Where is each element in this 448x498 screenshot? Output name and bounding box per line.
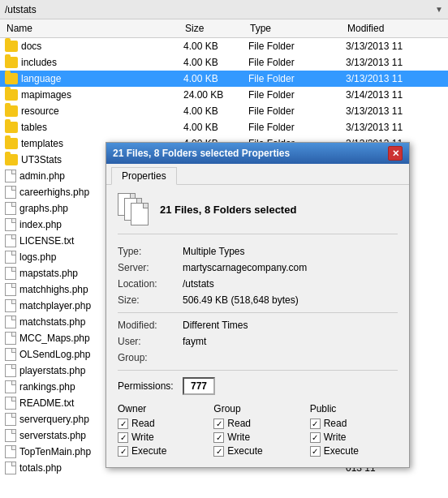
server-row: Server: martyscarnagecompany.com: [118, 262, 398, 273]
group-execute-row: Execute: [213, 445, 301, 457]
location-label: Location:: [118, 278, 183, 290]
column-header: Name Size Type Modified: [0, 19, 448, 38]
col-type[interactable]: Type: [248, 22, 346, 35]
separator-2: [118, 370, 398, 371]
file-row[interactable]: mapimages24.00 KBFile Folder3/14/2013 11: [0, 87, 448, 103]
permissions-columns: Owner Read Write Execute: [118, 403, 398, 459]
file-size: 4.00 KB: [183, 105, 248, 117]
file-row[interactable]: tables4.00 KBFile Folder3/13/2013 11: [0, 119, 448, 135]
file-icon: [5, 445, 16, 458]
server-label: Server:: [118, 262, 183, 273]
file-icon: [5, 234, 16, 247]
file-icon: [5, 316, 16, 328]
public-write-row: Write: [310, 431, 398, 443]
permissions-label: Permissions:: [118, 380, 183, 392]
size-label: Size:: [118, 294, 183, 306]
folder-icon: [5, 73, 18, 84]
group-write-label: Write: [227, 431, 250, 443]
file-modified: 3/13/2013 11: [346, 73, 443, 84]
file-type: File Folder: [248, 57, 346, 68]
modified-value: Different Times: [183, 320, 248, 331]
file-icon: [5, 462, 16, 474]
separator-1: [118, 312, 398, 313]
file-size: 4.00 KB: [183, 41, 248, 52]
folder-icon: [5, 57, 18, 68]
dialog-close-button[interactable]: ✕: [388, 146, 403, 161]
file-name-cell: mapimages: [5, 89, 183, 101]
file-icon: [5, 413, 16, 426]
file-icon: [5, 251, 16, 264]
file-name-text: LICENSE.txt: [19, 235, 74, 247]
col-name[interactable]: Name: [5, 22, 183, 35]
file-icon: [5, 429, 16, 442]
owner-header: Owner: [118, 403, 205, 414]
file-name-text: README.txt: [19, 397, 74, 409]
col-modified[interactable]: Modified: [346, 22, 443, 35]
file-name-text: mapstats.php: [19, 268, 78, 279]
file-icon: [5, 283, 16, 296]
file-icon: [5, 299, 16, 312]
file-size: 4.00 KB: [183, 73, 248, 84]
group-column: Group Read Write Execute: [213, 403, 301, 459]
group-execute-checkbox[interactable]: [213, 446, 224, 457]
file-icon: [5, 380, 16, 393]
file-name-cell: language: [5, 73, 183, 84]
file-name-text: docs: [21, 41, 41, 52]
file-name-text: resource: [21, 105, 59, 117]
file-name-text: TopTenMain.php: [19, 446, 91, 457]
user-label: User:: [118, 336, 183, 347]
owner-read-row: Read: [118, 418, 205, 429]
file-name-text: OLSendLog.php: [19, 349, 90, 360]
dialog-titlebar: 21 Files, 8 Folders selected Properties …: [106, 143, 409, 164]
type-row: Type: Multiple Types: [118, 246, 398, 257]
public-write-label: Write: [324, 431, 347, 443]
file-name-cell: resource: [5, 105, 183, 117]
permissions-value[interactable]: 777: [183, 377, 215, 395]
public-write-checkbox[interactable]: [310, 432, 321, 443]
public-execute-label: Execute: [324, 445, 359, 457]
file-icon: [5, 267, 16, 280]
file-type: File Folder: [248, 105, 346, 117]
group-write-checkbox[interactable]: [213, 432, 224, 443]
mini-file-3: [131, 203, 149, 225]
file-icon: [5, 397, 16, 410]
folder-icon: [5, 138, 18, 149]
file-name-text: graphs.php: [19, 203, 68, 214]
location-value: /utstats: [183, 278, 214, 290]
server-value: martyscarnagecompany.com: [183, 262, 307, 273]
owner-column: Owner Read Write Execute: [118, 403, 205, 459]
tab-properties[interactable]: Properties: [111, 167, 177, 185]
file-type: File Folder: [248, 41, 346, 52]
file-name-text: totals.php: [19, 462, 62, 474]
file-name-text: serverquery.php: [19, 414, 89, 425]
file-row[interactable]: includes4.00 KBFile Folder3/13/2013 11: [0, 54, 448, 71]
dropdown-icon[interactable]: ▼: [435, 5, 443, 14]
modified-label: Modified:: [118, 320, 183, 331]
location-row: Location: /utstats: [118, 278, 398, 290]
file-icon: [5, 202, 16, 215]
group-read-checkbox[interactable]: [213, 419, 224, 429]
file-name-text: admin.php: [19, 170, 65, 182]
owner-write-row: Write: [118, 431, 205, 443]
file-row[interactable]: docs4.00 KBFile Folder3/13/2013 11: [0, 38, 448, 54]
owner-execute-row: Execute: [118, 445, 205, 457]
user-row: User: faymt: [118, 336, 398, 347]
file-name-text: index.php: [19, 219, 62, 230]
file-row[interactable]: language4.00 KBFile Folder3/13/2013 11: [0, 71, 448, 87]
owner-execute-checkbox[interactable]: [118, 446, 128, 457]
file-size: 4.00 KB: [183, 57, 248, 68]
file-name-text: logs.php: [19, 251, 56, 263]
group-write-row: Write: [213, 431, 301, 443]
col-size[interactable]: Size: [183, 22, 248, 35]
file-row[interactable]: resource4.00 KBFile Folder3/13/2013 11: [0, 103, 448, 119]
type-label: Type:: [118, 246, 183, 257]
owner-write-checkbox[interactable]: [118, 432, 128, 443]
file-name-text: serverstats.php: [19, 430, 86, 441]
file-name-text: UT3Stats: [21, 154, 62, 165]
file-name-text: includes: [21, 57, 57, 68]
file-name-text: careerhighs.php: [19, 187, 89, 198]
public-read-checkbox[interactable]: [310, 419, 321, 429]
owner-read-checkbox[interactable]: [118, 419, 128, 429]
file-name-text: rankings.php: [19, 381, 75, 393]
public-execute-checkbox[interactable]: [310, 446, 321, 457]
